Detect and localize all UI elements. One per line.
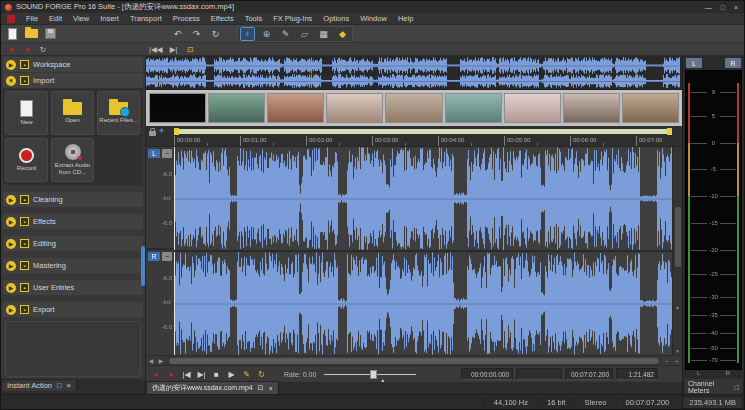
zoom-in-vertical-icon[interactable]: ▲ bbox=[675, 304, 680, 311]
record-button[interactable]: Record bbox=[5, 138, 48, 182]
section-editing[interactable]: ▶▪Editing bbox=[3, 236, 143, 251]
video-thumbnail-9[interactable] bbox=[622, 93, 679, 123]
vertical-scrollbar-thumb[interactable] bbox=[675, 207, 681, 267]
tab-instant-action[interactable]: Instant Action □ × bbox=[1, 379, 77, 391]
rate-slider-handle[interactable] bbox=[370, 370, 377, 379]
close-icon[interactable]: × bbox=[67, 381, 71, 390]
tab-document[interactable]: 伪递的安详www.ssdax.com.mp4 ⊡ × bbox=[146, 381, 279, 394]
pin-icon[interactable]: □ bbox=[57, 381, 62, 390]
vertical-scrollbar[interactable]: ▲ ▼ bbox=[672, 147, 682, 355]
video-thumbnail-1[interactable] bbox=[149, 93, 206, 123]
video-thumbnail-5[interactable] bbox=[385, 93, 442, 123]
menu-help[interactable]: Help bbox=[398, 14, 413, 23]
pencil-tool-button[interactable]: ✎ bbox=[278, 27, 293, 41]
meter-left-button[interactable]: L bbox=[686, 58, 702, 68]
repeat-button[interactable]: ↻ bbox=[208, 27, 223, 41]
video-thumbnail-strip[interactable] bbox=[146, 90, 682, 126]
edit-tool-button[interactable]: + bbox=[240, 27, 255, 41]
open-button[interactable]: Open bbox=[51, 91, 94, 135]
pin-icon[interactable]: □ bbox=[735, 384, 739, 391]
menu-insert[interactable]: Insert bbox=[100, 14, 119, 23]
section-user-entries[interactable]: ▶▪User Entries bbox=[3, 280, 143, 295]
left-channel-minimize-button[interactable]: − bbox=[162, 149, 172, 158]
section-export[interactable]: ▶▪Export bbox=[3, 302, 143, 317]
zoom-out-time-icon[interactable]: − bbox=[662, 358, 672, 364]
expand-arrow-icon[interactable]: ▶ bbox=[6, 305, 16, 315]
menu-fx-plug-ins[interactable]: FX Plug-Ins bbox=[273, 14, 312, 23]
undo-button[interactable]: ↶ bbox=[170, 27, 185, 41]
lock-icon[interactable] bbox=[149, 131, 156, 136]
video-thumbnail-6[interactable] bbox=[445, 93, 502, 123]
go-to-start-button[interactable]: |◀ bbox=[180, 368, 193, 381]
close-button[interactable]: × bbox=[734, 4, 738, 11]
menu-view[interactable]: View bbox=[73, 14, 89, 23]
horizontal-scrollbar[interactable]: ◀ ▶ − + bbox=[146, 355, 682, 365]
stop-button[interactable]: ■ bbox=[210, 368, 223, 381]
open-file-button[interactable] bbox=[24, 27, 39, 41]
expand-arrow-icon[interactable]: ▶ bbox=[6, 261, 16, 271]
video-thumbnail-2[interactable] bbox=[208, 93, 265, 123]
magnify-tool-button[interactable]: ⊕ bbox=[259, 27, 274, 41]
menu-options[interactable]: Options bbox=[323, 14, 349, 23]
expand-arrow-icon[interactable]: ▶ bbox=[6, 283, 16, 293]
right-channel-button[interactable]: R bbox=[148, 252, 160, 261]
record-arm-button[interactable]: ● bbox=[21, 44, 33, 55]
section-workspace[interactable]: ▶▪Workspace bbox=[3, 57, 143, 72]
document-menu-icon[interactable] bbox=[7, 15, 15, 23]
menu-file[interactable]: File bbox=[26, 14, 38, 23]
expand-arrow-icon[interactable]: ▶ bbox=[6, 195, 16, 205]
menu-effects[interactable]: Effects bbox=[211, 14, 234, 23]
video-thumbnail-3[interactable] bbox=[267, 93, 324, 123]
new-button[interactable]: New bbox=[5, 91, 48, 135]
play-as-sample-button[interactable]: ✎ bbox=[240, 368, 253, 381]
paint-tool-button[interactable]: ◆ bbox=[335, 27, 350, 41]
rate-slider[interactable]: ▲ bbox=[324, 368, 416, 381]
close-icon[interactable]: × bbox=[269, 385, 273, 392]
left-channel-waveform[interactable] bbox=[174, 147, 672, 250]
meter-display[interactable]: 950-5-10-15-20-25-30-35-40-50-70 bbox=[685, 70, 742, 370]
new-file-button[interactable] bbox=[5, 27, 20, 41]
menu-tools[interactable]: Tools bbox=[245, 14, 263, 23]
right-channel-minimize-button[interactable]: − bbox=[162, 252, 172, 261]
menu-transport[interactable]: Transport bbox=[130, 14, 162, 23]
collapse-arrow-icon[interactable]: ▼ bbox=[6, 76, 16, 86]
left-channel-button[interactable]: L bbox=[148, 149, 160, 158]
expand-arrow-icon[interactable]: ▶ bbox=[6, 239, 16, 249]
envelope-tool-button[interactable]: ▱ bbox=[297, 27, 312, 41]
section-import[interactable]: ▼▪Import bbox=[3, 73, 143, 88]
scroll-left-icon[interactable]: ◀ bbox=[146, 357, 156, 364]
go-to-end-button[interactable]: ▶| bbox=[167, 44, 179, 55]
menu-process[interactable]: Process bbox=[173, 14, 200, 23]
record-timer-button[interactable]: ● bbox=[5, 44, 17, 55]
zoom-out-vertical-icon[interactable]: ▼ bbox=[675, 348, 680, 355]
loop-region-bar[interactable] bbox=[174, 129, 672, 134]
section-cleaning[interactable]: ▶▪Cleaning bbox=[3, 192, 143, 207]
section-mastering[interactable]: ▶▪Mastering bbox=[3, 258, 143, 273]
horizontal-scrollbar-thumb[interactable] bbox=[169, 358, 659, 364]
menu-window[interactable]: Window bbox=[360, 14, 387, 23]
scroll-right-icon[interactable]: ▶ bbox=[156, 357, 166, 364]
expand-arrow-icon[interactable]: ▶ bbox=[6, 60, 16, 70]
zoom-in-time-icon[interactable]: + bbox=[672, 358, 682, 364]
refresh-button[interactable]: ↻ bbox=[37, 44, 49, 55]
time-ruler[interactable]: 00:00:0000:01:0000:02:0000:03:0000:04:00… bbox=[146, 136, 682, 147]
overview-waveform[interactable] bbox=[146, 56, 682, 90]
redo-button[interactable]: ↷ bbox=[189, 27, 204, 41]
right-channel-waveform[interactable] bbox=[174, 252, 672, 355]
event-tool-button[interactable]: ▦ bbox=[316, 27, 331, 41]
video-thumbnail-7[interactable] bbox=[504, 93, 561, 123]
waveform-canvas-area[interactable] bbox=[174, 147, 672, 355]
meter-right-button[interactable]: R bbox=[725, 58, 741, 68]
sidebar-scrollbar-thumb[interactable] bbox=[141, 246, 145, 286]
loop-playback-button[interactable]: ↻ bbox=[255, 368, 268, 381]
save-file-button[interactable] bbox=[43, 27, 58, 41]
go-to-end-button[interactable]: ▶| bbox=[195, 368, 208, 381]
menu-edit[interactable]: Edit bbox=[49, 14, 62, 23]
go-to-start-button[interactable]: |◀◀ bbox=[149, 44, 162, 55]
snap-cursor-icon[interactable]: + bbox=[159, 127, 164, 136]
video-thumbnail-4[interactable] bbox=[326, 93, 383, 123]
record-remote-button[interactable]: ● bbox=[150, 368, 163, 381]
section-effects[interactable]: ▶▪Effects bbox=[3, 214, 143, 229]
horizontal-scrollbar-track[interactable] bbox=[168, 358, 660, 364]
record-button[interactable]: ● bbox=[165, 368, 178, 381]
